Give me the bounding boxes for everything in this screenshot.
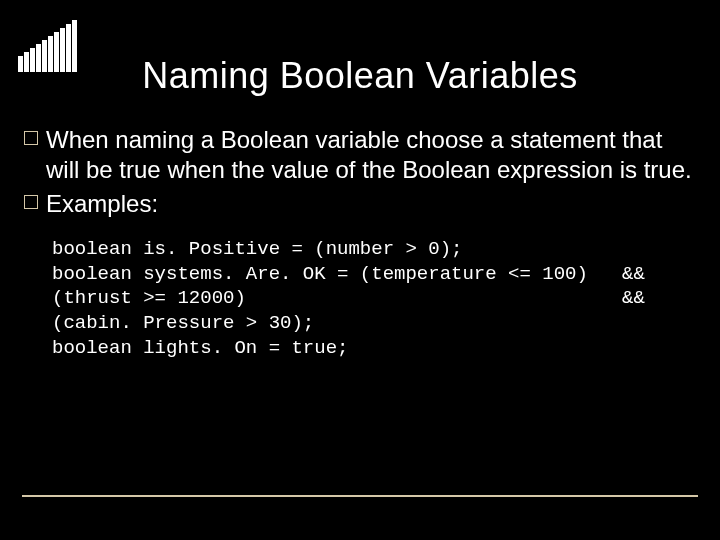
bullet-text: Examples:	[46, 189, 158, 219]
bullet-item: When naming a Boolean variable choose a …	[24, 125, 696, 185]
code-line: (cabin. Pressure > 30);	[52, 312, 314, 334]
code-line: (thrust >= 12000) &&	[52, 287, 645, 309]
bullet-item: Examples:	[24, 189, 696, 219]
bullet-box-icon	[24, 131, 38, 145]
code-line: boolean systems. Are. OK = (temperature …	[52, 263, 645, 285]
bullet-box-icon	[24, 195, 38, 209]
slide-title: Naming Boolean Variables	[0, 55, 720, 97]
code-line: boolean lights. On = true;	[52, 337, 348, 359]
code-example: boolean is. Positive = (number > 0); boo…	[52, 237, 696, 360]
slide-content: When naming a Boolean variable choose a …	[24, 125, 696, 360]
code-line: boolean is. Positive = (number > 0);	[52, 238, 462, 260]
bullet-text: When naming a Boolean variable choose a …	[46, 125, 696, 185]
divider-line	[22, 495, 698, 497]
